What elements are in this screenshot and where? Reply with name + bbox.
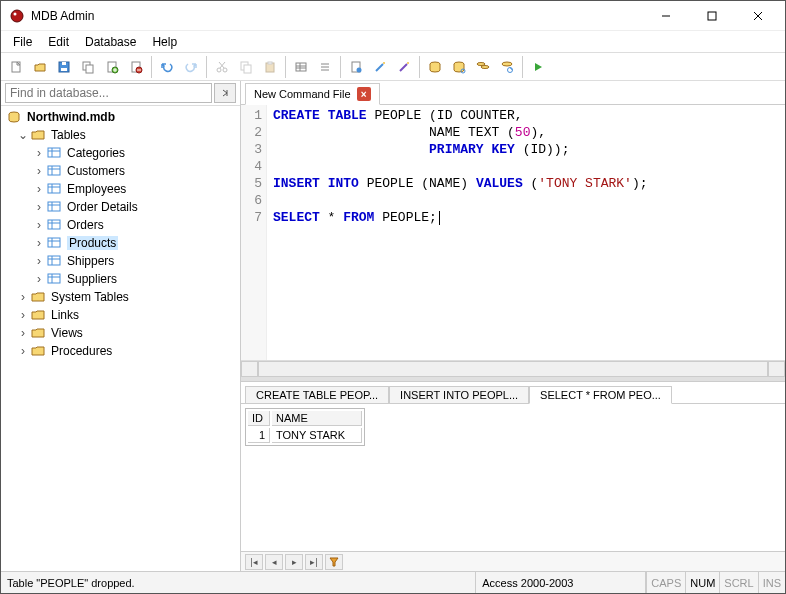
menu-database[interactable]: Database bbox=[77, 33, 144, 51]
svg-rect-64 bbox=[48, 238, 60, 247]
minimize-button[interactable] bbox=[643, 1, 689, 31]
grid-button[interactable] bbox=[290, 56, 312, 78]
undo-button[interactable] bbox=[156, 56, 178, 78]
svg-rect-11 bbox=[86, 65, 93, 73]
kw-table: TABLE bbox=[328, 108, 367, 123]
chevron-right-icon[interactable]: › bbox=[33, 236, 45, 250]
result-tab-insert[interactable]: INSERT INTO PEOPL... bbox=[389, 386, 529, 404]
col-id[interactable]: ID bbox=[248, 411, 270, 426]
nav-prev-button[interactable]: ◂ bbox=[265, 554, 283, 570]
chevron-right-icon[interactable]: › bbox=[33, 200, 45, 214]
db-tree[interactable]: Northwind.mdb ⌄ Tables ›Categories ›Cust… bbox=[1, 106, 240, 571]
chevron-right-icon[interactable]: › bbox=[33, 218, 45, 232]
editor-hscroll[interactable] bbox=[241, 360, 785, 377]
db1-button[interactable] bbox=[424, 56, 446, 78]
tree-label: Products bbox=[67, 236, 118, 250]
delete-db-button[interactable] bbox=[125, 56, 147, 78]
tree-item-categories[interactable]: ›Categories bbox=[1, 144, 240, 162]
search-input[interactable] bbox=[5, 83, 212, 103]
tree-item-shippers[interactable]: ›Shippers bbox=[1, 252, 240, 270]
tree-db-root[interactable]: Northwind.mdb bbox=[1, 108, 240, 126]
tree-item-suppliers[interactable]: ›Suppliers bbox=[1, 270, 240, 288]
chevron-right-icon[interactable]: › bbox=[33, 272, 45, 286]
chevron-right-icon[interactable]: › bbox=[33, 182, 45, 196]
svg-line-21 bbox=[220, 62, 225, 68]
table-icon bbox=[47, 146, 63, 160]
chevron-right-icon[interactable]: › bbox=[33, 146, 45, 160]
search-go-button[interactable] bbox=[214, 83, 236, 103]
cut-button[interactable] bbox=[211, 56, 233, 78]
paste-button[interactable] bbox=[259, 56, 281, 78]
tree-item-orders[interactable]: ›Orders bbox=[1, 216, 240, 234]
menu-help[interactable]: Help bbox=[144, 33, 185, 51]
menu-file[interactable]: File bbox=[5, 33, 40, 51]
database-icon bbox=[7, 110, 23, 124]
line-number: 7 bbox=[241, 209, 262, 226]
tree-label: Orders bbox=[67, 218, 104, 232]
nav-filter-button[interactable] bbox=[325, 554, 343, 570]
svg-rect-3 bbox=[708, 12, 716, 20]
tree-views[interactable]: ›Views bbox=[1, 324, 240, 342]
code-text: * bbox=[320, 210, 343, 225]
col-name[interactable]: NAME bbox=[272, 411, 362, 426]
chevron-right-icon[interactable]: › bbox=[17, 290, 29, 304]
code-text: ); bbox=[632, 176, 648, 191]
list-button[interactable] bbox=[314, 56, 336, 78]
tree-label: Links bbox=[51, 308, 79, 322]
nav-first-button[interactable]: |◂ bbox=[245, 554, 263, 570]
copy2-button[interactable] bbox=[235, 56, 257, 78]
tree-item-products[interactable]: ›Products bbox=[1, 234, 240, 252]
svg-line-36 bbox=[376, 64, 383, 71]
chevron-down-icon[interactable]: ⌄ bbox=[17, 128, 29, 142]
maximize-button[interactable] bbox=[689, 1, 735, 31]
redo-button[interactable] bbox=[180, 56, 202, 78]
save-button[interactable] bbox=[53, 56, 75, 78]
table-icon bbox=[47, 236, 63, 250]
wand2-button[interactable] bbox=[393, 56, 415, 78]
db-copy-button[interactable] bbox=[472, 56, 494, 78]
app-icon bbox=[9, 8, 25, 24]
svg-point-0 bbox=[11, 10, 23, 22]
svg-point-39 bbox=[407, 62, 409, 64]
chevron-right-icon[interactable]: › bbox=[33, 164, 45, 178]
result-tab-create[interactable]: CREATE TABLE PEOP... bbox=[245, 386, 389, 404]
tree-procedures[interactable]: ›Procedures bbox=[1, 342, 240, 360]
close-tab-icon[interactable]: × bbox=[357, 87, 371, 101]
code-area[interactable]: CREATE TABLE PEOPLE (ID COUNTER, NAME TE… bbox=[267, 105, 785, 360]
tree-links[interactable]: ›Links bbox=[1, 306, 240, 324]
nav-next-button[interactable]: ▸ bbox=[285, 554, 303, 570]
sql-editor[interactable]: 1 2 3 4 5 6 7 CREATE TABLE PEOPLE (ID CO… bbox=[241, 105, 785, 360]
chevron-right-icon[interactable]: › bbox=[33, 254, 45, 268]
db-sync-button[interactable] bbox=[496, 56, 518, 78]
scroll-track[interactable] bbox=[258, 361, 768, 377]
tree-item-orderdetails[interactable]: ›Order Details bbox=[1, 198, 240, 216]
chevron-right-icon[interactable]: › bbox=[17, 344, 29, 358]
cell-name: TONY STARK bbox=[272, 428, 362, 443]
table-row[interactable]: 1 TONY STARK bbox=[248, 428, 362, 443]
svg-point-20 bbox=[223, 68, 227, 72]
result-body[interactable]: ID NAME 1 TONY STARK bbox=[241, 404, 785, 551]
chevron-right-icon[interactable]: › bbox=[17, 326, 29, 340]
svg-point-35 bbox=[357, 67, 362, 72]
tree-item-customers[interactable]: ›Customers bbox=[1, 162, 240, 180]
wand-button[interactable] bbox=[369, 56, 391, 78]
menu-edit[interactable]: Edit bbox=[40, 33, 77, 51]
open-file-button[interactable] bbox=[29, 56, 51, 78]
db-link-button[interactable] bbox=[448, 56, 470, 78]
copy-button[interactable] bbox=[77, 56, 99, 78]
chevron-right-icon[interactable]: › bbox=[17, 308, 29, 322]
close-button[interactable] bbox=[735, 1, 781, 31]
editor-tab[interactable]: New Command File × bbox=[245, 83, 380, 105]
tree-tables[interactable]: ⌄ Tables bbox=[1, 126, 240, 144]
scroll-right-button[interactable] bbox=[768, 361, 785, 377]
run-button[interactable] bbox=[527, 56, 549, 78]
script-button[interactable] bbox=[345, 56, 367, 78]
tree-system-tables[interactable]: ›System Tables bbox=[1, 288, 240, 306]
scroll-left-button[interactable] bbox=[241, 361, 258, 377]
new-file-button[interactable] bbox=[5, 56, 27, 78]
svg-rect-49 bbox=[48, 148, 60, 157]
nav-last-button[interactable]: ▸| bbox=[305, 554, 323, 570]
tree-item-employees[interactable]: ›Employees bbox=[1, 180, 240, 198]
result-tab-select[interactable]: SELECT * FROM PEO... bbox=[529, 386, 672, 404]
new-db-button[interactable] bbox=[101, 56, 123, 78]
